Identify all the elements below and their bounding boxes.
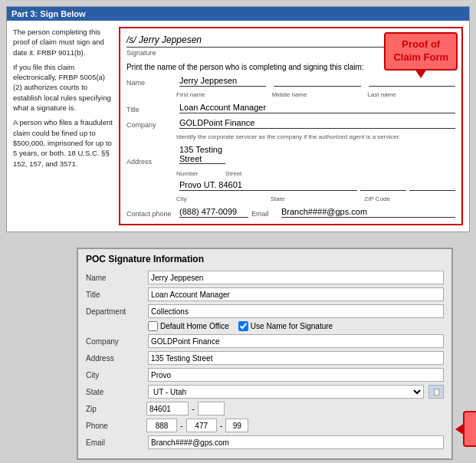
poc-title-input[interactable] <box>148 287 444 301</box>
poc-zip-ext-input[interactable] <box>198 402 225 415</box>
title-row: Title Loan Account Manager <box>126 103 455 113</box>
title-label: Title <box>126 106 176 113</box>
instructions-panel: The person completing this proof of clai… <box>13 27 113 225</box>
zip-sublabel: ZIP Code <box>364 195 455 202</box>
company-note: Identify the corporate servicer as the c… <box>176 133 455 140</box>
proof-callout-line1: Proof of <box>402 38 440 50</box>
instruction-para3: A person who files a fraudulent claim co… <box>13 117 113 168</box>
poc-dept-row: Department <box>86 304 444 318</box>
contact-phone-label: Contact phone <box>126 210 176 218</box>
state-value <box>360 180 406 191</box>
use-name-label: Use Name for Signature <box>251 322 333 330</box>
poc-zip-input[interactable] <box>146 402 189 415</box>
middle-name-label: Middle name <box>272 91 360 98</box>
first-name-label: First name <box>176 91 264 98</box>
poc-zip-label: Zip <box>86 405 143 413</box>
poc-phone-seg2[interactable] <box>186 419 217 432</box>
name-row-label: Name <box>126 79 176 87</box>
name-sub-labels: First name Middle name Last name <box>176 91 455 98</box>
poc-email-input[interactable] <box>148 435 444 449</box>
zip-dash: - <box>192 404 195 413</box>
state-sublabel: State <box>271 195 362 202</box>
address-label: Address <box>126 158 176 166</box>
city-value: Provo UT. 84601 <box>179 180 357 191</box>
poc-phone-seg3[interactable] <box>225 419 248 432</box>
poc-checkbox-row: Default Home Office Use Name for Signatu… <box>148 321 444 331</box>
poc-title-label: Title <box>86 291 143 299</box>
poc-state-label: State <box>86 388 143 396</box>
name-fields: Jerry Jeppesen <box>179 76 455 87</box>
poc-city-label: City <box>86 371 143 379</box>
poc-state-select[interactable]: UT - Utah <box>148 385 424 399</box>
zip-value <box>409 180 455 191</box>
poc-phone-row: Phone - - <box>86 419 444 432</box>
poc-state-row: State UT - Utah 📋 <box>86 385 444 399</box>
default-home-office-item: Default Home Office <box>148 321 229 331</box>
company-value: GOLDPoint Finance <box>179 118 455 129</box>
phone-value: (888) 477-0099 <box>179 207 248 218</box>
poc-email-label: Email <box>86 438 143 447</box>
part3-header: Part 3: Sign Below <box>7 7 469 21</box>
poc-callout: POC Signature Information field group <box>463 411 476 447</box>
poc-email-row: Email <box>86 435 444 449</box>
poc-address-input[interactable] <box>148 351 444 365</box>
city-sublabel: City <box>176 195 268 202</box>
poc-dept-input[interactable] <box>148 304 444 318</box>
top-section: Part 3: Sign Below The person completing… <box>6 6 470 232</box>
poc-title-row: Title <box>86 287 444 301</box>
part-label: Part 3: <box>11 9 38 18</box>
poc-name-label: Name <box>86 274 143 282</box>
poc-company-label: Company <box>86 337 143 346</box>
poc-name-row: Name <box>86 271 444 284</box>
default-home-office-checkbox[interactable] <box>148 321 158 331</box>
poc-section: POC Signature Information Name Title Dep… <box>77 248 453 460</box>
poc-zip-row: Zip - <box>86 402 444 415</box>
phone-sep1: - <box>180 421 183 430</box>
city-state-sublabels: City State ZIP Code <box>176 195 455 202</box>
proof-callout-line2: Claim Form <box>393 51 448 63</box>
poc-phone-seg1[interactable] <box>146 419 177 432</box>
state-lookup-icon[interactable]: 📋 <box>428 385 444 399</box>
address-number: 135 Testing Street <box>179 145 225 164</box>
poc-address-row: Address <box>86 351 444 365</box>
address-number-sublabel: Number <box>176 170 222 177</box>
last-name-value <box>369 76 455 87</box>
poc-company-input[interactable] <box>148 334 444 348</box>
middle-name-value <box>274 76 360 87</box>
poc-form: Name Title Department Default Home Offic… <box>78 268 451 458</box>
instruction-para2: If you file this claim electronically, F… <box>13 62 113 113</box>
poc-name-input[interactable] <box>148 271 444 284</box>
proof-callout: Proof of Claim Form <box>384 32 458 71</box>
first-name-value: Jerry Jeppesen <box>179 76 266 87</box>
poc-city-input[interactable] <box>148 368 444 382</box>
poc-callout-arrow <box>455 423 465 435</box>
address-street-sublabel: Street <box>225 170 455 177</box>
callout-arrow <box>415 69 427 78</box>
use-name-checkbox[interactable] <box>238 321 248 331</box>
sign-form-area: Proof of Claim Form /s/ Jerry Jeppesen S… <box>119 27 463 225</box>
poc-header: POC Signature Information <box>78 249 451 268</box>
use-name-item: Use Name for Signature <box>238 321 333 331</box>
poc-company-row: Company <box>86 334 444 348</box>
contact-row: Contact phone (888) 477-0099 Email Branc… <box>126 207 455 218</box>
phone-sep2: - <box>220 421 223 430</box>
default-home-office-label: Default Home Office <box>160 322 229 330</box>
poc-phone-label: Phone <box>86 422 143 430</box>
name-row: Name Jerry Jeppesen <box>126 76 455 87</box>
last-name-label: Last name <box>367 91 455 98</box>
company-row: Company GOLDPoint Finance <box>126 118 455 129</box>
address-row: Address 135 Testing Street <box>126 145 455 166</box>
email-value: Branch####@gps.com <box>281 207 455 218</box>
poc-dept-label: Department <box>86 307 143 316</box>
title-value: Loan Account Manager <box>179 103 455 113</box>
part-title: Sign Below <box>40 9 85 18</box>
instruction-para1: The person completing this proof of clai… <box>13 27 113 57</box>
city-row: Provo UT. 84601 <box>126 180 455 191</box>
company-label: Company <box>126 121 176 129</box>
email-label: Email <box>251 210 278 218</box>
poc-city-row: City <box>86 368 444 382</box>
poc-address-label: Address <box>86 354 143 363</box>
